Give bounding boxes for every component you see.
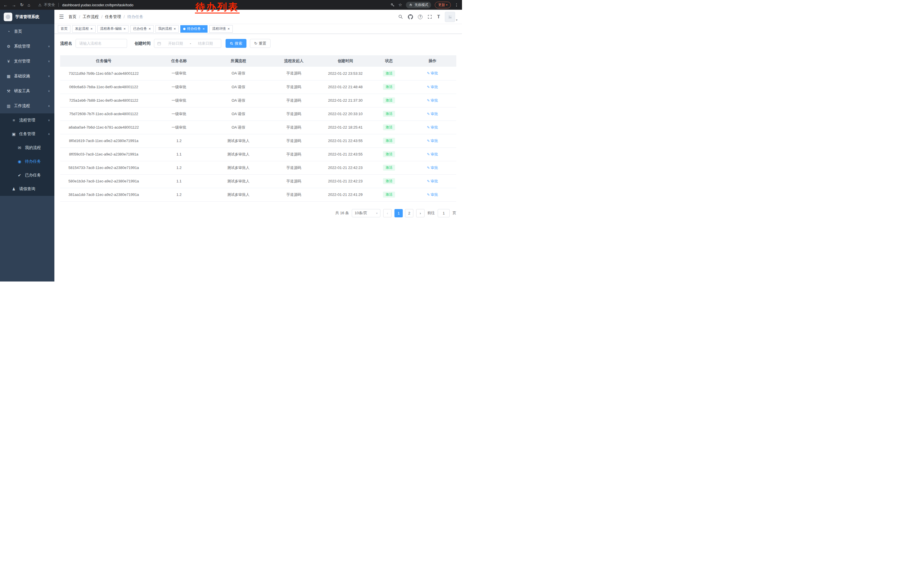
cell-created: 2022-01-21 22:42:23 [321,161,369,174]
home-icon[interactable]: ⌂ [28,3,30,8]
create-time-label: 创建时间 [135,41,151,46]
main: ☰ 首页/工作流程/任务管理/待办任务 ? T [54,10,462,281]
filter-form: 流程名 创建时间 开始日期 - 结束日期 [60,39,456,48]
sidebar-item-my-process[interactable]: ✉我的流程 [0,141,54,155]
back-icon[interactable]: ← [3,3,8,8]
task-table-head-row: 任务编号任务名称所属流程流程发起人创建时间状态操作 [60,55,456,67]
sidebar-item-done-tasks[interactable]: ✔已办任务 [0,168,54,182]
monitor-icon: ▥ [6,104,12,108]
page-size-select[interactable]: 10条/页 ▾ [352,209,380,217]
sidebar-item-dev-tools[interactable]: ⚒研发工具∨ [0,84,54,99]
sidebar-item-todo-tasks[interactable]: ◉待办任务 [0,155,54,168]
logo[interactable]: 芋道管理系统 [0,10,54,24]
fullscreen-icon[interactable] [428,14,432,19]
tab-start-process[interactable]: 发起流程× [72,25,96,33]
tab-done-tasks[interactable]: 已办任务× [130,25,154,33]
browser-menu-icon[interactable]: ⋮ [454,3,459,7]
close-icon[interactable]: × [148,27,151,31]
breadcrumb-item[interactable]: 任务管理 [105,14,121,20]
date-range-separator: - [190,41,191,45]
tags-bar: 首页发起流程×流程表单-编辑×已办任务×我的流程×待办任务×流程详情× [54,24,462,34]
sidebar-item-task-management[interactable]: ▣任务管理∧ [0,127,54,141]
sidebar-item-label: 首页 [14,29,22,34]
help-icon[interactable]: ? [418,15,423,19]
approve-link-label: 审批 [430,138,438,144]
font-size-icon[interactable]: T [437,14,440,20]
collapse-sidebar-icon[interactable]: ☰ [59,14,64,20]
gear-icon: ⚙ [6,44,12,49]
page-button-2[interactable]: 2 [405,209,413,217]
date-range-picker[interactable]: 开始日期 - 结束日期 [154,39,221,48]
cell-action: ✎审批 [409,134,456,147]
edit-icon: ✎ [427,193,430,197]
tab-my-process[interactable]: 我的流程× [155,25,179,33]
close-icon[interactable]: × [202,27,205,31]
end-date-placeholder[interactable]: 结束日期 [193,41,218,46]
approve-link[interactable]: ✎审批 [427,125,438,130]
approve-link[interactable]: ✎审批 [427,152,438,157]
update-dot [446,4,447,6]
github-icon[interactable] [408,14,413,20]
cell-process: OA 请假 [211,120,266,134]
cell-task-id: 381aa1dd-7ac8-11ec-a9e2-a2380e71991a [60,188,147,201]
approve-link[interactable]: ✎审批 [427,192,438,197]
cell-status: 激活 [369,94,408,107]
update-button[interactable]: 更新 [435,2,451,8]
sidebar-item-workflow[interactable]: ▥工作流程∧ [0,99,54,113]
sidebar-item-label: 已办任务 [25,173,41,178]
dashboard-icon: ◔ [6,29,12,34]
close-icon[interactable]: × [124,27,126,31]
sidebar-item-label: 待办任务 [25,159,41,164]
close-icon[interactable]: × [174,27,176,31]
page-button-1[interactable]: 1 [394,209,403,217]
close-icon[interactable]: × [228,27,230,31]
tab-form-edit[interactable]: 流程表单-编辑× [98,25,129,33]
start-date-placeholder[interactable]: 开始日期 [163,41,188,46]
cell-status: 激活 [369,67,408,80]
sidebar-item-home[interactable]: ◔首页 [0,24,54,39]
cell-task-id: 580e1b3d-7ac8-11ec-a9e2-a2380e71991a [60,174,147,188]
status-badge: 激活 [383,111,395,117]
forward-icon[interactable]: → [12,3,16,8]
table-row: 8f059c03-7ac8-11ec-a9e2-a2380e71991a1.1测… [60,147,456,161]
key-icon[interactable] [390,3,395,7]
approve-link[interactable]: ✎审批 [427,179,438,184]
breadcrumb-item[interactable]: 工作流程 [83,14,99,20]
tab-process-detail[interactable]: 流程详情× [209,25,233,33]
sidebar-item-leave-query[interactable]: ♟请假查询 [0,182,54,196]
approve-link[interactable]: ✎审批 [427,138,438,144]
tab-home[interactable]: 首页 [58,25,70,33]
approve-link[interactable]: ✎审批 [427,165,438,170]
search-icon[interactable] [398,14,403,19]
prev-page-button[interactable]: ‹ [383,209,392,217]
status-badge: 激活 [383,84,395,90]
process-name-input[interactable] [76,39,127,48]
goto-page-input[interactable] [438,209,450,217]
sidebar-item-payment-management[interactable]: ¥支付管理∨ [0,54,54,69]
sidebar-item-label: 研发工具 [14,89,30,94]
table-row: 58154733-7ac8-11ec-a9e2-a2380e71991a1.2测… [60,161,456,174]
sidebar-item-infrastructure[interactable]: ▦基础设施∨ [0,69,54,84]
search-button[interactable]: 搜索 [225,39,246,48]
reset-button[interactable]: ↻ 重置 [250,39,270,48]
status-badge: 激活 [383,192,395,198]
refresh-icon[interactable]: ↻ [20,2,24,8]
column-header: 创建时间 [321,55,369,67]
next-page-button[interactable]: › [416,209,424,217]
bookmark-star-icon[interactable]: ☆ [399,2,402,8]
edit-icon: ✎ [427,139,430,143]
sidebar-item-system-management[interactable]: ⚙系统管理∨ [0,39,54,54]
breadcrumb-item[interactable]: 首页 [68,14,76,20]
pager-pages: 12 [394,209,413,217]
approve-link[interactable]: ✎审批 [427,84,438,90]
approve-link[interactable]: ✎审批 [427,71,438,76]
approve-link[interactable]: ✎审批 [427,98,438,103]
column-header: 流程发起人 [266,55,322,67]
table-row: 8f0d1619-7ac8-11ec-a9e2-a2380e71991a1.2测… [60,134,456,147]
user-avatar-menu[interactable]: ▾ [445,12,458,22]
check-icon: ✔ [16,173,22,177]
sidebar-item-process-management[interactable]: ≡流程管理∨ [0,113,54,127]
tab-todo-tasks[interactable]: 待办任务× [180,25,207,33]
approve-link[interactable]: ✎审批 [427,111,438,117]
close-icon[interactable]: × [90,27,93,31]
